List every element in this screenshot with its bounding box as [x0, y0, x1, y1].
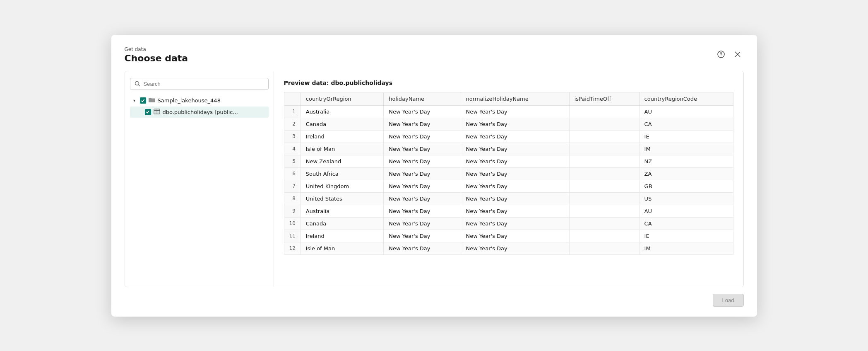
parent-checkbox[interactable]	[140, 97, 146, 104]
row-num-cell: 8	[284, 192, 301, 205]
table-cell	[569, 105, 639, 118]
table-cell: New Zealand	[301, 155, 384, 167]
table-cell	[569, 118, 639, 130]
tree-child-item[interactable]: dbo.publicholidays [public...	[130, 107, 269, 118]
get-data-label: Get data	[125, 46, 188, 52]
table-cell	[569, 130, 639, 143]
table-row: 10CanadaNew Year's DayNew Year's DayCA	[284, 217, 733, 230]
dialog-header-left: Get data Choose data	[125, 46, 188, 63]
folder-icon	[149, 97, 155, 104]
dialog-body: ▾ Sample_lakehouse_448	[125, 71, 744, 287]
child-checkbox[interactable]	[145, 109, 151, 115]
table-cell: CA	[639, 118, 733, 130]
table-cell: New Year's Day	[384, 130, 461, 143]
svg-line-5	[138, 85, 140, 87]
table-cell	[569, 230, 639, 242]
table-cell	[569, 143, 639, 155]
table-cell: Canada	[301, 118, 384, 130]
table-cell	[569, 192, 639, 205]
col-header-holidayName: holidayName	[384, 92, 461, 105]
col-header-normalizeHolidayName: normalizeHolidayName	[461, 92, 569, 105]
table-cell: New Year's Day	[461, 105, 569, 118]
search-icon	[135, 81, 140, 87]
tree-child-label: dbo.publicholidays [public...	[163, 109, 238, 115]
table-cell: New Year's Day	[461, 118, 569, 130]
table-cell: GB	[639, 180, 733, 192]
table-cell: IE	[639, 130, 733, 143]
table-cell: United Kingdom	[301, 180, 384, 192]
table-cell: United States	[301, 192, 384, 205]
right-panel: Preview data: dbo.publicholidays country…	[274, 71, 743, 287]
table-cell: New Year's Day	[384, 217, 461, 230]
table-cell: AU	[639, 105, 733, 118]
table-row: 3IrelandNew Year's DayNew Year's DayIE	[284, 130, 733, 143]
tree-parent-label: Sample_lakehouse_448	[158, 97, 221, 104]
table-cell: New Year's Day	[461, 155, 569, 167]
table-cell: New Year's Day	[384, 167, 461, 180]
table-row: 11IrelandNew Year's DayNew Year's DayIE	[284, 230, 733, 242]
table-cell: New Year's Day	[461, 217, 569, 230]
table-cell: Australia	[301, 105, 384, 118]
table-cell: Ireland	[301, 130, 384, 143]
table-row: 4Isle of ManNew Year's DayNew Year's Day…	[284, 143, 733, 155]
table-cell	[569, 242, 639, 254]
dialog-header: Get data Choose data	[125, 46, 744, 63]
dialog-header-icons	[715, 48, 744, 61]
table-row: 5New ZealandNew Year's DayNew Year's Day…	[284, 155, 733, 167]
table-cell: CA	[639, 217, 733, 230]
table-cell: New Year's Day	[384, 205, 461, 217]
table-cell	[569, 155, 639, 167]
table-cell: New Year's Day	[461, 205, 569, 217]
table-cell: New Year's Day	[384, 143, 461, 155]
preview-table: countryOrRegion holidayName normalizeHol…	[284, 92, 733, 255]
row-num-cell: 12	[284, 242, 301, 254]
table-row: 7United KingdomNew Year's DayNew Year's …	[284, 180, 733, 192]
row-num-cell: 2	[284, 118, 301, 130]
table-cell: South Africa	[301, 167, 384, 180]
table-cell: New Year's Day	[384, 192, 461, 205]
svg-rect-6	[154, 109, 160, 114]
table-cell	[569, 217, 639, 230]
table-cell: New Year's Day	[461, 143, 569, 155]
table-cell	[569, 167, 639, 180]
col-header-isPaidTimeOff: isPaidTimeOff	[569, 92, 639, 105]
table-cell	[569, 205, 639, 217]
table-cell: IM	[639, 143, 733, 155]
row-num-cell: 10	[284, 217, 301, 230]
table-cell: IM	[639, 242, 733, 254]
close-button[interactable]	[731, 48, 744, 61]
table-cell: New Year's Day	[461, 180, 569, 192]
row-num-cell: 11	[284, 230, 301, 242]
table-cell: Australia	[301, 205, 384, 217]
tree-parent-item[interactable]: ▾ Sample_lakehouse_448	[130, 95, 269, 107]
col-header-countryOrRegion: countryOrRegion	[301, 92, 384, 105]
choose-data-dialog: Get data Choose data	[111, 35, 757, 317]
table-cell: New Year's Day	[461, 192, 569, 205]
search-input[interactable]	[144, 81, 264, 87]
table-row: 1AustraliaNew Year's DayNew Year's DayAU	[284, 105, 733, 118]
row-num-cell: 5	[284, 155, 301, 167]
table-icon	[154, 109, 160, 116]
svg-point-4	[135, 82, 139, 85]
tree-area: ▾ Sample_lakehouse_448	[130, 95, 269, 280]
table-header-row: countryOrRegion holidayName normalizeHol…	[284, 92, 733, 105]
table-row: 8United StatesNew Year's DayNew Year's D…	[284, 192, 733, 205]
table-cell: IE	[639, 230, 733, 242]
col-header-countryRegionCode: countryRegionCode	[639, 92, 733, 105]
table-row: 9AustraliaNew Year's DayNew Year's DayAU	[284, 205, 733, 217]
table-cell: New Year's Day	[461, 130, 569, 143]
table-row: 2CanadaNew Year's DayNew Year's DayCA	[284, 118, 733, 130]
left-panel: ▾ Sample_lakehouse_448	[125, 71, 274, 287]
svg-point-1	[721, 56, 721, 56]
search-box[interactable]	[130, 78, 269, 90]
table-cell: New Year's Day	[384, 105, 461, 118]
col-header-num	[284, 92, 301, 105]
row-num-cell: 7	[284, 180, 301, 192]
table-row: 12Isle of ManNew Year's DayNew Year's Da…	[284, 242, 733, 254]
table-row: 6South AfricaNew Year's DayNew Year's Da…	[284, 167, 733, 180]
table-cell: New Year's Day	[461, 230, 569, 242]
help-button[interactable]	[715, 48, 727, 61]
table-cell: ZA	[639, 167, 733, 180]
load-button[interactable]: Load	[713, 294, 744, 307]
table-cell	[569, 180, 639, 192]
